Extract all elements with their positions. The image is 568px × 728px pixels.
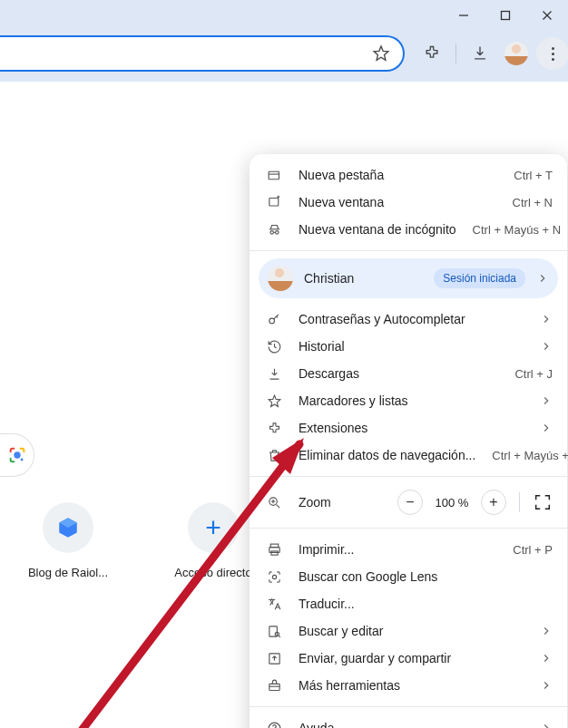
- more-menu-button[interactable]: [536, 37, 568, 70]
- address-bar[interactable]: [0, 35, 405, 72]
- menu-google-lens[interactable]: Buscar con Google Lens: [250, 563, 567, 590]
- browser-toolbar: [0, 31, 568, 82]
- menu-new-incognito[interactable]: Nueva ventana de incógnito Ctrl + Mayús …: [250, 216, 567, 243]
- menu-find-edit[interactable]: Buscar y editar: [250, 617, 567, 645]
- newtab-content: Blog de Raiol... + Acceso directo Nueva …: [0, 82, 568, 728]
- toolbar-divider: [455, 44, 456, 63]
- fullscreen-button[interactable]: [533, 492, 553, 512]
- menu-separator: [250, 476, 567, 477]
- svg-rect-26: [270, 550, 277, 554]
- hexagon-icon: [56, 516, 80, 539]
- svg-rect-9: [269, 171, 279, 180]
- menu-print[interactable]: Imprimir... Ctrl + P: [250, 536, 567, 563]
- svg-marker-19: [269, 395, 280, 406]
- menu-history[interactable]: Historial: [250, 333, 567, 360]
- svg-marker-4: [374, 46, 388, 60]
- menu-separator: [250, 528, 567, 529]
- svg-line-30: [279, 636, 280, 637]
- svg-point-6: [20, 459, 23, 461]
- profile-button[interactable]: [500, 37, 533, 70]
- svg-point-34: [269, 723, 280, 728]
- window-close-button[interactable]: [526, 0, 568, 31]
- shortcut-add[interactable]: + Acceso directo: [163, 502, 263, 579]
- menu-bookmarks[interactable]: Marcadores y listas: [250, 387, 567, 414]
- svg-point-27: [272, 575, 276, 578]
- share-icon: [266, 650, 282, 666]
- incognito-icon: [266, 221, 282, 238]
- toolbox-icon: [266, 677, 282, 694]
- menu-profile-row[interactable]: Christian Sesión iniciada: [259, 258, 558, 298]
- menu-clear-browsing-data[interactable]: Eliminar datos de navegación... Ctrl + M…: [250, 442, 567, 469]
- trash-icon: [266, 447, 282, 463]
- svg-point-15: [275, 230, 279, 234]
- avatar-icon: [268, 266, 293, 291]
- new-window-icon: [266, 194, 282, 210]
- new-tab-icon: [266, 167, 282, 183]
- menu-separator: [250, 706, 567, 707]
- browser-main-menu: Nueva pestaña Ctrl + T Nueva ventana Ctr…: [250, 154, 567, 728]
- shortcut-raiola[interactable]: Blog de Raiol...: [18, 502, 118, 579]
- menu-help[interactable]: Ayuda: [250, 714, 567, 728]
- menu-new-tab[interactable]: Nueva pestaña Ctrl + T: [250, 161, 567, 189]
- svg-point-5: [14, 451, 20, 458]
- extensions-button[interactable]: [416, 37, 448, 70]
- chevron-right-icon: [540, 652, 553, 665]
- menu-separator: [250, 250, 567, 251]
- menu-new-window[interactable]: Nueva ventana Ctrl + N: [250, 189, 567, 216]
- chevron-right-icon: [540, 422, 553, 434]
- history-icon: [266, 338, 282, 354]
- bookmark-star-icon[interactable]: [372, 44, 390, 63]
- zoom-value: 100 %: [432, 496, 472, 510]
- key-icon: [266, 311, 282, 327]
- find-icon: [266, 623, 282, 639]
- svg-rect-32: [269, 684, 279, 690]
- window-maximize-button[interactable]: [485, 0, 526, 31]
- window-minimize-button[interactable]: [443, 0, 485, 31]
- chevron-right-icon: [536, 272, 549, 285]
- plus-icon: +: [205, 512, 221, 543]
- svg-rect-1: [502, 12, 510, 20]
- menu-more-tools[interactable]: Más herramientas: [250, 672, 567, 699]
- svg-point-18: [269, 318, 274, 324]
- menu-extensions[interactable]: Extensiones: [250, 414, 567, 442]
- svg-line-21: [276, 504, 279, 508]
- chevron-right-icon: [540, 340, 553, 353]
- print-icon: [266, 541, 282, 558]
- chevron-right-icon: [540, 679, 553, 692]
- avatar-icon: [504, 42, 528, 65]
- lens-icon: [266, 568, 282, 585]
- puzzle-icon: [266, 420, 282, 436]
- zoom-in-button[interactable]: +: [481, 490, 506, 515]
- kebab-icon: [552, 47, 554, 61]
- download-icon: [266, 365, 282, 382]
- menu-zoom-row: Zoom − 100 % +: [250, 484, 567, 520]
- menu-translate[interactable]: Traducir...: [250, 590, 567, 617]
- google-lens-sidebar-button[interactable]: [0, 433, 34, 477]
- downloads-button[interactable]: [464, 37, 496, 70]
- chevron-right-icon: [540, 722, 553, 728]
- zoom-icon: [266, 494, 282, 510]
- zoom-out-button[interactable]: −: [397, 490, 423, 515]
- help-icon: [266, 720, 282, 728]
- chevron-right-icon: [540, 313, 553, 325]
- svg-point-14: [269, 230, 273, 234]
- shortcut-label: Blog de Raiol...: [28, 566, 108, 579]
- google-lens-icon: [7, 445, 27, 465]
- menu-downloads[interactable]: Descargas Ctrl + J: [250, 360, 567, 387]
- menu-passwords[interactable]: Contraseñas y Autocompletar: [250, 306, 567, 333]
- chevron-right-icon: [540, 394, 553, 407]
- shortcut-label: Acceso directo: [174, 566, 251, 579]
- zoom-divider: [519, 492, 520, 512]
- menu-cast-save-share[interactable]: Enviar, guardar y compartir: [250, 645, 567, 672]
- window-titlebar: [0, 0, 568, 31]
- chevron-right-icon: [540, 625, 553, 637]
- star-icon: [266, 393, 282, 409]
- translate-icon: [266, 596, 282, 612]
- svg-rect-11: [269, 198, 278, 206]
- session-badge: Sesión iniciada: [434, 268, 525, 288]
